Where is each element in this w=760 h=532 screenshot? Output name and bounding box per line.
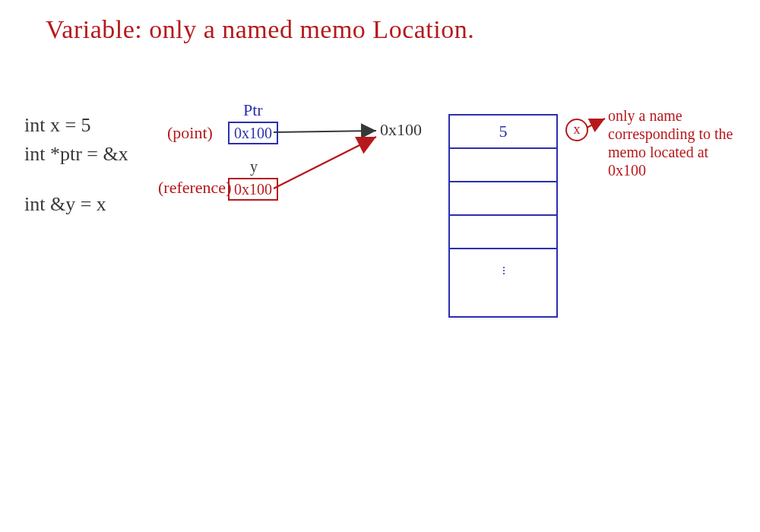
annotation-line-2: corresponding to the: [608, 125, 733, 143]
arrow-layer: [0, 0, 760, 532]
code-line-2: int *ptr = &x: [24, 143, 128, 166]
arrow-x-to-note: [587, 119, 605, 128]
memory-cell-2: [450, 182, 556, 216]
annotation-text: only a name corresponding to the memo lo…: [608, 106, 733, 179]
address-text: 0x100: [380, 120, 422, 140]
x-marker-circle: x: [565, 119, 588, 141]
title-text: Variable: only a named memo Location.: [46, 15, 474, 44]
memory-cell-1: [450, 149, 556, 182]
memory-block: 5: [448, 114, 558, 318]
annotation-line-4: 0x100: [608, 161, 733, 179]
code-line-3: int &y = x: [24, 193, 106, 216]
ptr-label: Ptr: [243, 100, 263, 120]
code-line-1: int x = 5: [24, 114, 91, 137]
arrow-ptr-to-address: [274, 131, 376, 132]
ptr-value-box: 0x100: [228, 122, 278, 144]
memory-cell-0: 5: [450, 116, 556, 149]
annotation-line-1: only a name: [608, 106, 733, 125]
ref-role-label: (reference): [158, 178, 231, 198]
ptr-role-label: (point): [167, 123, 213, 143]
memory-ellipsis: ···: [498, 266, 508, 275]
memory-cell-4: [450, 249, 556, 316]
ref-value-box: 0x100: [228, 178, 278, 201]
arrow-ref-to-address: [274, 137, 376, 188]
ref-label: y: [250, 158, 258, 176]
annotation-line-3: memo located at: [608, 143, 733, 161]
memory-cell-3: [450, 216, 556, 249]
